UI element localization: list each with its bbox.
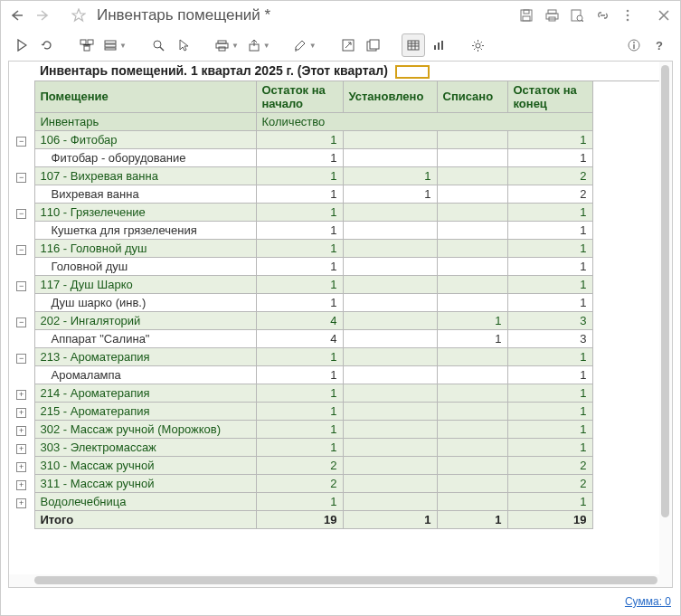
export-dropdown-button[interactable]: ▼ [244, 33, 274, 57]
collapse-icon[interactable]: − [16, 245, 26, 255]
cell-end: 1 [507, 203, 592, 221]
variants-button[interactable]: ▼ [100, 33, 130, 57]
expand-icon[interactable]: + [16, 390, 26, 400]
table-row[interactable]: −107 - Вихревая ванна112 [9, 166, 672, 185]
svg-rect-3 [548, 10, 556, 14]
cell-start: 1 [256, 384, 343, 402]
cell-disposed [437, 365, 507, 384]
preview-button[interactable] [566, 5, 588, 26]
settings-icon [471, 39, 485, 52]
table-row[interactable]: Душ шарко (инв.)11 [9, 293, 672, 311]
help-button[interactable]: ? [648, 33, 671, 57]
sum-link[interactable]: Сумма: 0 [625, 595, 671, 608]
collapse-icon[interactable]: − [16, 137, 26, 147]
expand-icon[interactable]: + [16, 426, 26, 436]
table-row[interactable]: −117 - Душ Шарко11 [9, 275, 672, 293]
cursor-button[interactable] [172, 33, 195, 57]
table-row[interactable]: −213 - Ароматерапия11 [9, 347, 672, 365]
table-row[interactable]: +311 - Массаж ручной22 [9, 474, 672, 492]
edit-button[interactable]: ▼ [290, 33, 320, 57]
expand-icon[interactable]: + [16, 498, 26, 508]
link-button[interactable] [591, 5, 613, 26]
table-row[interactable]: +215 - Ароматерапия11 [9, 402, 672, 420]
svg-rect-2 [523, 16, 530, 21]
open-edit-button[interactable] [336, 33, 360, 57]
cell-end: 1 [507, 492, 592, 510]
row-label: 215 - Ароматерапия [34, 402, 256, 420]
collapse-icon[interactable]: − [16, 209, 26, 219]
table-row[interactable]: Аппарат "Салина"413 [9, 329, 672, 347]
svg-point-11 [627, 19, 629, 22]
print-dropdown-button[interactable]: ▼ [212, 33, 242, 57]
svg-rect-33 [434, 45, 436, 50]
table-row[interactable]: −106 - Фитобар11 [9, 130, 672, 148]
more-icon [626, 9, 629, 22]
vertical-scrollbar[interactable] [659, 62, 672, 587]
horizontal-scrollbar[interactable] [9, 574, 672, 587]
refresh-button[interactable] [35, 33, 59, 57]
svg-line-19 [160, 47, 164, 51]
status-bar: Сумма: 0 [625, 595, 671, 611]
table-row[interactable]: +Водолечебница11 [9, 492, 672, 510]
cell-end: 1 [507, 402, 592, 420]
table-row[interactable]: Головной душ11 [9, 257, 672, 275]
collapse-icon[interactable]: − [16, 281, 26, 291]
forward-button[interactable] [32, 5, 53, 26]
table-row[interactable]: +303 - Электромассаж11 [9, 438, 672, 456]
more-menu-button[interactable] [617, 5, 638, 26]
expand-icon[interactable]: + [16, 444, 26, 454]
table-row[interactable]: +302 - Массаж ручной (Морожков)11 [9, 420, 672, 438]
subhdr-quantity: Количество [256, 112, 592, 130]
cell-installed [343, 148, 437, 166]
print-button[interactable] [541, 5, 563, 26]
new-window-button[interactable] [362, 33, 385, 57]
chart-view-button[interactable] [427, 33, 450, 57]
cell-installed: 1 [343, 185, 437, 203]
openedit-icon [342, 39, 355, 52]
table-row[interactable]: +214 - Ароматерапия11 [9, 384, 672, 402]
svg-rect-1 [524, 10, 529, 14]
structure-button[interactable] [75, 33, 99, 57]
info-icon [628, 39, 640, 52]
cell-end: 1 [507, 365, 592, 384]
table-icon [407, 40, 420, 51]
table-row[interactable]: +310 - Массаж ручной22 [9, 456, 672, 474]
table-row[interactable]: −202 - Ингаляторий413 [9, 311, 672, 329]
total-installed: 1 [343, 510, 437, 528]
info-button[interactable] [622, 33, 646, 57]
table-row[interactable]: Фитобар - оборудование11 [9, 148, 672, 166]
cell-disposed [437, 438, 507, 456]
run-report-button[interactable] [10, 33, 33, 57]
expand-icon[interactable]: + [16, 408, 26, 418]
expand-icon[interactable]: + [16, 480, 26, 490]
table-row[interactable]: Вихревая ванна112 [9, 185, 672, 203]
row-label: Аппарат "Салина" [34, 329, 256, 347]
collapse-icon[interactable]: − [16, 173, 26, 183]
save-button[interactable] [515, 5, 537, 26]
back-button[interactable] [6, 5, 28, 26]
cell-disposed [437, 492, 507, 510]
table-row[interactable]: Кушетка для грязелечения11 [9, 221, 672, 239]
row-label: Вихревая ванна [34, 185, 256, 203]
table-row[interactable]: Аромалампа11 [9, 365, 672, 384]
cell-end: 1 [507, 293, 592, 311]
row-label: 213 - Ароматерапия [34, 347, 256, 365]
table-row[interactable]: −110 - Грязелечение11 [9, 203, 672, 221]
favorite-button[interactable] [68, 5, 90, 26]
cell-installed [343, 492, 437, 510]
cell-start: 1 [256, 221, 343, 239]
cell-installed [343, 329, 437, 347]
cell-start: 2 [256, 456, 343, 474]
period-input[interactable] [395, 65, 430, 79]
expand-icon[interactable]: + [16, 462, 26, 472]
cell-disposed [437, 347, 507, 365]
chevron-down-icon: ▼ [119, 42, 127, 50]
close-button[interactable] [653, 5, 675, 26]
find-button[interactable] [147, 33, 170, 57]
table-row[interactable]: −116 - Головной душ11 [9, 239, 672, 257]
chevron-down-icon: ▼ [309, 42, 317, 50]
collapse-icon[interactable]: − [16, 317, 26, 327]
settings-button[interactable] [467, 33, 490, 57]
table-view-button[interactable] [402, 33, 425, 57]
collapse-icon[interactable]: − [16, 354, 26, 364]
